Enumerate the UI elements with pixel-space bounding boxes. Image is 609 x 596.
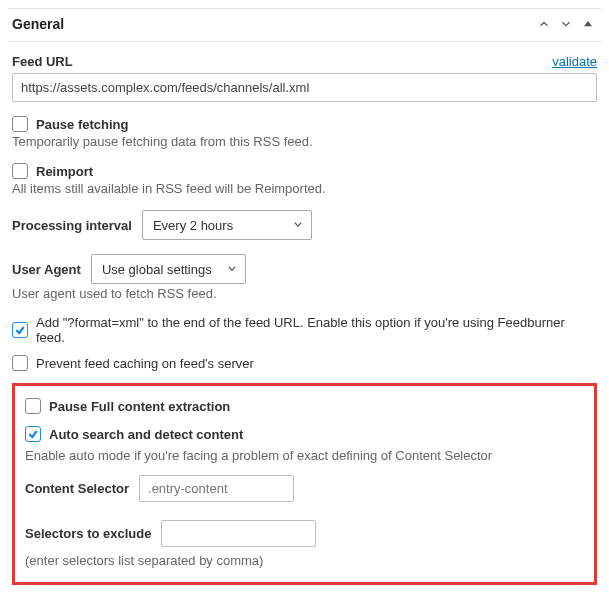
prevent-caching-checkbox[interactable] [12,355,28,371]
panel-body: Feed URL validate Pause fetching Tempora… [8,54,601,585]
pause-fetching-row: Pause fetching [12,116,597,132]
panel-header: General [8,9,601,41]
reimport-help: All items still available in RSS feed wi… [12,181,597,196]
processing-interval-value: Every 2 hours [153,218,233,233]
selectors-exclude-help: (enter selectors list separated by comma… [25,553,584,568]
panel-controls [535,15,597,33]
user-agent-value: Use global settings [102,262,212,277]
feed-url-input[interactable] [12,73,597,102]
user-agent-row: User Agent Use global settings [12,254,597,284]
content-selector-label: Content Selector [25,481,129,496]
chevron-down-icon [293,218,303,233]
validate-link[interactable]: validate [552,54,597,69]
reimport-checkbox[interactable] [12,163,28,179]
user-agent-help: User agent used to fetch RSS feed. [12,286,597,301]
user-agent-label: User Agent [12,262,81,277]
pause-fetching-help: Temporarily pause fetching data from thi… [12,134,597,149]
prevent-caching-label[interactable]: Prevent feed caching on feed's server [36,356,254,371]
chevron-down-icon[interactable] [557,15,575,33]
processing-interval-row: Processing interval Every 2 hours [12,210,597,240]
feed-url-label: Feed URL [12,54,73,69]
chevron-up-icon[interactable] [535,15,553,33]
chevron-down-icon [227,262,237,277]
pause-full-content-label[interactable]: Pause Full content extraction [49,399,230,414]
selectors-exclude-input[interactable] [161,520,316,547]
panel-title: General [12,16,64,32]
pause-fetching-checkbox[interactable] [12,116,28,132]
prevent-caching-row: Prevent feed caching on feed's server [12,355,597,371]
pause-fetching-label[interactable]: Pause fetching [36,117,128,132]
auto-search-row: Auto search and detect content [25,426,584,442]
add-format-xml-row: Add "?format=xml" to the end of the feed… [12,315,597,345]
highlighted-section: Pause Full content extraction Auto searc… [12,383,597,585]
reimport-row: Reimport [12,163,597,179]
selectors-exclude-row: Selectors to exclude [25,520,584,547]
divider [8,41,601,42]
feed-url-field: Feed URL validate [12,54,597,102]
pause-full-content-checkbox[interactable] [25,398,41,414]
user-agent-select[interactable]: Use global settings [91,254,246,284]
collapse-triangle-icon[interactable] [579,15,597,33]
selectors-exclude-label: Selectors to exclude [25,526,151,541]
auto-search-help: Enable auto mode if you're facing a prob… [25,448,584,463]
reimport-label[interactable]: Reimport [36,164,93,179]
processing-interval-select[interactable]: Every 2 hours [142,210,312,240]
content-selector-row: Content Selector [25,475,584,502]
add-format-xml-checkbox[interactable] [12,322,28,338]
content-selector-input[interactable] [139,475,294,502]
auto-search-label[interactable]: Auto search and detect content [49,427,243,442]
add-format-xml-label[interactable]: Add "?format=xml" to the end of the feed… [36,315,597,345]
general-panel: General Feed URL validate Pause fetching [8,8,601,585]
auto-search-checkbox[interactable] [25,426,41,442]
pause-full-content-row: Pause Full content extraction [25,398,584,414]
processing-interval-label: Processing interval [12,218,132,233]
